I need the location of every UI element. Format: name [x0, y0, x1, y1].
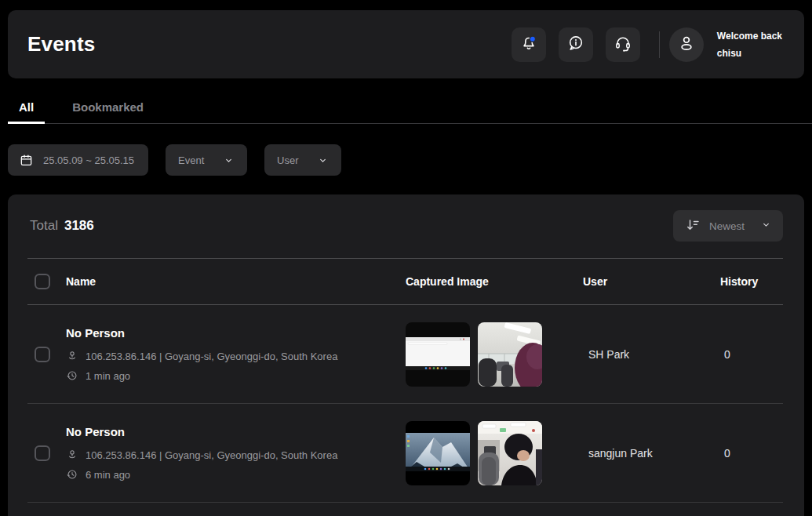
chevron-down-icon [223, 154, 235, 166]
date-range-filter[interactable]: 25.05.09 ~ 25.05.15 [8, 144, 148, 176]
event-filter-label: Event [178, 154, 204, 166]
captured-image-screen[interactable] [406, 322, 470, 387]
profile-avatar[interactable] [669, 27, 704, 62]
total-count: Total3186 [30, 218, 94, 234]
notification-button[interactable] [512, 27, 546, 62]
header: Events [8, 10, 804, 78]
events-page: Events [0, 0, 812, 516]
total-value: 3186 [64, 218, 94, 233]
event-name: No Person [66, 326, 406, 340]
event-name: No Person [66, 425, 406, 438]
row-checkbox[interactable] [35, 445, 50, 461]
column-header-captured-image: Captured Image [406, 275, 588, 288]
calendar-icon [19, 153, 34, 168]
events-panel: Total3186 Newest [8, 194, 804, 516]
welcome-line1: Welcome back [717, 27, 782, 45]
support-button[interactable] [606, 27, 640, 62]
tab-all[interactable]: All [8, 93, 45, 124]
column-header-user: User [583, 275, 720, 288]
history-count: 0 [724, 447, 783, 460]
event-name-cell: No Person 106.253.86.146 | Goyang-si, Gy… [66, 326, 406, 382]
captured-image-webcam[interactable] [478, 421, 542, 485]
info-bubble-icon [566, 34, 585, 55]
select-all-checkbox[interactable] [35, 274, 50, 289]
headset-icon [614, 34, 632, 55]
clock-history-icon [66, 369, 78, 382]
welcome-username: chisu [717, 45, 782, 62]
event-name-cell: No Person 106.253.86.146 | Goyang-si, Gy… [66, 425, 406, 481]
tab-bar: All Bookmarked [8, 93, 812, 124]
chevron-down-icon [317, 154, 329, 166]
header-actions: Welcome back chisu [512, 10, 782, 78]
person-icon [676, 33, 697, 56]
event-time-line: 6 min ago [66, 468, 406, 481]
filter-bar: 25.05.09 ~ 25.05.15 Event User [8, 144, 359, 176]
header-divider [659, 31, 660, 58]
table-row[interactable]: No Person 106.253.86.146 | Goyang-si, Gy… [27, 404, 783, 503]
welcome-text: Welcome back chisu [717, 27, 782, 62]
events-table: Name Captured Image User History No Pers… [27, 258, 783, 503]
sort-dropdown[interactable]: Newest [673, 210, 783, 242]
chevron-down-icon [760, 219, 772, 233]
user-name: SH Park [588, 348, 720, 361]
event-time-line: 1 min ago [66, 369, 406, 382]
captured-images-cell [406, 322, 588, 387]
row-checkbox[interactable] [35, 347, 50, 362]
tab-bookmarked[interactable]: Bookmarked [61, 93, 155, 124]
unread-dot [530, 36, 535, 42]
total-label: Total [30, 218, 58, 233]
table-row[interactable]: No Person 106.253.86.146 | Goyang-si, Gy… [27, 305, 783, 404]
user-name: sangjun Park [588, 447, 720, 460]
date-range-value: 25.05.09 ~ 25.05.15 [43, 154, 134, 166]
location-pin-icon [66, 350, 78, 362]
bell-icon [519, 34, 538, 55]
event-time: 1 min ago [86, 370, 130, 382]
sort-selected-value: Newest [709, 220, 745, 232]
captured-image-screen[interactable] [406, 421, 470, 485]
clock-history-icon [66, 468, 78, 481]
user-filter-dropdown[interactable]: User [264, 144, 341, 176]
location-pin-icon [66, 449, 78, 461]
event-location: 106.253.86.146 | Goyang-si, Gyeonggi-do,… [86, 449, 337, 461]
captured-image-webcam[interactable] [478, 322, 542, 387]
panel-header: Total3186 Newest [8, 194, 804, 242]
info-button[interactable] [559, 27, 593, 62]
table-header-row: Name Captured Image User History [27, 258, 783, 305]
user-filter-label: User [277, 154, 298, 166]
event-filter-dropdown[interactable]: Event [166, 144, 247, 176]
event-time: 6 min ago [86, 469, 130, 481]
event-location-line: 106.253.86.146 | Goyang-si, Gyeonggi-do,… [66, 350, 406, 362]
page-title: Events [27, 32, 95, 56]
event-location-line: 106.253.86.146 | Goyang-si, Gyeonggi-do,… [66, 449, 406, 461]
event-location: 106.253.86.146 | Goyang-si, Gyeonggi-do,… [86, 351, 337, 362]
history-count: 0 [724, 348, 783, 361]
captured-images-cell [406, 421, 588, 485]
sort-descending-icon [684, 216, 701, 236]
column-header-history: History [720, 275, 783, 288]
column-header-name: Name [66, 275, 406, 288]
